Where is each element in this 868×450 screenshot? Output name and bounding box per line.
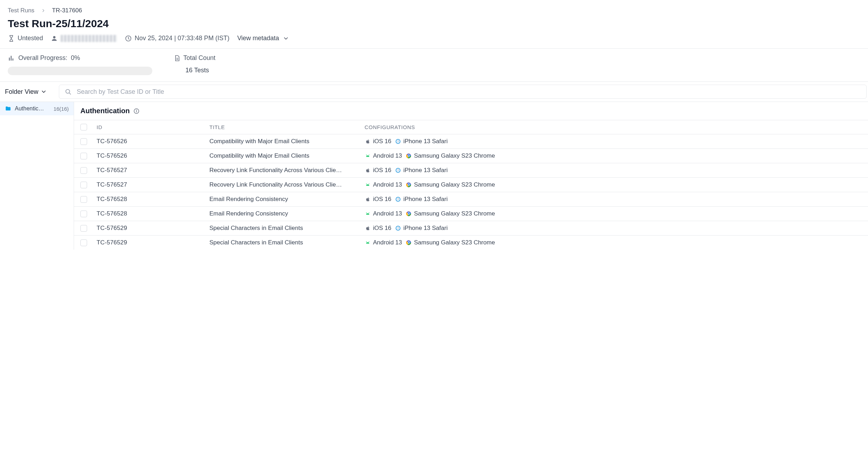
config-chip: iPhone 13 Safari <box>395 167 448 174</box>
timestamp-field: Nov 25, 2024 | 07:33:48 PM (IST) <box>125 35 230 42</box>
user-icon <box>51 35 58 42</box>
android-icon <box>365 239 371 246</box>
row-checkbox[interactable] <box>80 196 87 203</box>
breadcrumb-parent[interactable]: Test Runs <box>8 7 35 14</box>
folder-name: Authentic… <box>15 105 50 112</box>
cell-id: TC-576528 <box>97 196 209 203</box>
os-label: iOS 16 <box>373 167 391 174</box>
status-text: Untested <box>18 35 43 42</box>
folder-item-authentication[interactable]: Authentic… 16(16) <box>0 102 74 115</box>
row-checkbox[interactable] <box>80 167 87 174</box>
device-label: Samsung Galaxy S23 Chrome <box>414 181 495 188</box>
info-icon[interactable] <box>133 108 140 114</box>
row-checkbox[interactable] <box>80 225 87 232</box>
chrome-icon <box>405 239 412 246</box>
search-icon <box>64 88 72 96</box>
config-chip: Samsung Galaxy S23 Chrome <box>405 239 495 246</box>
cell-id: TC-576526 <box>97 138 209 145</box>
cell-title: Recovery Link Functionality Across Vario… <box>209 181 365 188</box>
cell-title: Email Rendering Consistency <box>209 196 365 203</box>
cell-title: Email Rendering Consistency <box>209 210 365 217</box>
config-chip: iOS 16 <box>365 138 391 145</box>
table-row[interactable]: TC-576526 Compatibility with Major Email… <box>74 148 868 163</box>
cell-configurations: iOS 16iPhone 13 Safari <box>365 196 868 203</box>
table-row[interactable]: TC-576527 Recovery Link Functionality Ac… <box>74 163 868 177</box>
chevron-right-icon <box>41 8 46 13</box>
config-chip: Samsung Galaxy S23 Chrome <box>405 181 495 188</box>
config-chip: Android 13 <box>365 181 402 188</box>
table-row[interactable]: TC-576529 Special Characters in Email Cl… <box>74 235 868 250</box>
apple-icon <box>365 138 371 145</box>
table-row[interactable]: TC-576526 Compatibility with Major Email… <box>74 134 868 148</box>
row-checkbox[interactable] <box>80 182 87 188</box>
overall-progress-value: 0% <box>71 54 80 62</box>
folder-icon <box>5 105 11 112</box>
breadcrumb-current: TR-317606 <box>52 7 82 14</box>
table-row[interactable]: TC-576528 Email Rendering Consistency iO… <box>74 192 868 206</box>
safari-icon <box>395 196 401 202</box>
row-checkbox[interactable] <box>80 153 87 159</box>
device-label: iPhone 13 Safari <box>403 225 448 232</box>
table-row[interactable]: TC-576528 Email Rendering Consistency An… <box>74 206 868 221</box>
os-label: iOS 16 <box>373 196 391 203</box>
progress-bar <box>8 67 152 75</box>
chevron-down-icon <box>283 35 289 42</box>
view-metadata-button[interactable]: View metadata <box>237 35 289 42</box>
cell-configurations: Android 13Samsung Galaxy S23 Chrome <box>365 239 868 246</box>
cell-title: Compatibility with Major Email Clients <box>209 138 365 145</box>
config-chip: Android 13 <box>365 210 402 217</box>
row-checkbox[interactable] <box>80 138 87 145</box>
apple-icon <box>365 167 371 174</box>
total-count-label: Total Count <box>183 54 215 62</box>
chevron-down-icon <box>41 89 47 95</box>
table-row[interactable]: TC-576529 Special Characters in Email Cl… <box>74 221 868 235</box>
folder-panel: Authentic… 16(16) <box>0 102 74 250</box>
config-chip: Samsung Galaxy S23 Chrome <box>405 210 495 217</box>
search-field[interactable] <box>59 85 867 99</box>
cell-id: TC-576528 <box>97 210 209 217</box>
os-label: iOS 16 <box>373 138 391 145</box>
select-all-checkbox[interactable] <box>80 124 87 130</box>
os-label: Android 13 <box>373 239 402 246</box>
cell-configurations: Android 13Samsung Galaxy S23 Chrome <box>365 210 868 217</box>
row-checkbox[interactable] <box>80 211 87 217</box>
config-chip: iPhone 13 Safari <box>395 138 448 145</box>
safari-icon <box>395 138 401 145</box>
row-checkbox[interactable] <box>80 239 87 246</box>
cell-configurations: iOS 16iPhone 13 Safari <box>365 225 868 232</box>
view-metadata-label: View metadata <box>237 35 279 42</box>
config-chip: iOS 16 <box>365 167 391 174</box>
cell-id: TC-576526 <box>97 152 209 159</box>
view-mode-dropdown[interactable]: Folder View <box>4 86 48 98</box>
os-label: Android 13 <box>373 152 402 159</box>
column-configurations: CONFIGURATIONS <box>365 124 868 130</box>
cell-title: Special Characters in Email Clients <box>209 225 365 232</box>
cell-configurations: iOS 16iPhone 13 Safari <box>365 167 868 174</box>
config-chip: Samsung Galaxy S23 Chrome <box>405 152 495 159</box>
search-input[interactable] <box>77 88 861 96</box>
owner-name-redacted <box>61 35 117 42</box>
config-chip: Android 13 <box>365 239 402 246</box>
os-label: Android 13 <box>373 181 402 188</box>
config-chip: iPhone 13 Safari <box>395 225 448 232</box>
cell-configurations: Android 13Samsung Galaxy S23 Chrome <box>365 181 868 188</box>
os-label: iOS 16 <box>373 225 391 232</box>
hourglass-icon <box>8 35 15 42</box>
status-badge: Untested <box>8 35 43 42</box>
cell-title: Compatibility with Major Email Clients <box>209 152 365 159</box>
cell-title: Special Characters in Email Clients <box>209 239 365 246</box>
cell-configurations: iOS 16iPhone 13 Safari <box>365 138 868 145</box>
bar-chart-icon <box>8 55 15 62</box>
device-label: iPhone 13 Safari <box>403 167 448 174</box>
column-title: TITLE <box>209 124 365 130</box>
device-label: iPhone 13 Safari <box>403 138 448 145</box>
config-chip: iOS 16 <box>365 225 391 232</box>
overall-progress-label: Overall Progress: <box>18 54 67 62</box>
apple-icon <box>365 225 371 231</box>
table-row[interactable]: TC-576527 Recovery Link Functionality Ac… <box>74 177 868 192</box>
safari-icon <box>395 167 401 174</box>
page-title: Test Run-25/11/2024 <box>8 18 860 30</box>
os-label: Android 13 <box>373 210 402 217</box>
progress-strip: Overall Progress: 0% Total Count 16 Test… <box>0 49 868 81</box>
chrome-icon <box>405 153 412 159</box>
